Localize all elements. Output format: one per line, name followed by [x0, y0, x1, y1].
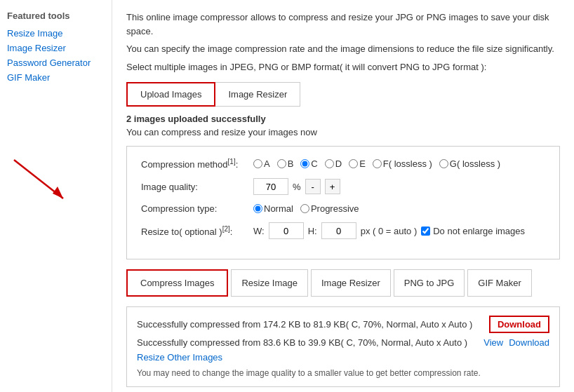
method-g[interactable]: G( lossless ) [439, 158, 500, 169]
width-input[interactable] [269, 222, 304, 239]
result-text-2: Successfully compressed from 83.6 KB to … [137, 337, 478, 348]
image-resizer-tab-button[interactable]: Image Resizer [215, 82, 300, 107]
quality-minus-button[interactable]: - [305, 179, 321, 194]
resize-other-link[interactable]: Resize Other Images [137, 352, 549, 363]
compression-type-group: Normal Progressive [253, 203, 359, 214]
sidebar-item-resize-image[interactable]: Resize Image [7, 28, 105, 39]
resize-to-row: Resize to( optional )[2]: W: H: px ( 0 =… [141, 222, 545, 239]
arrow-decoration [7, 153, 77, 209]
options-box: Compression method[1]: A B C D E F( loss… [126, 146, 560, 259]
quality-controls: % - + [253, 178, 340, 195]
upload-images-button[interactable]: Upload Images [126, 82, 215, 107]
px-label: px ( 0 = auto ) [361, 226, 418, 236]
compress-images-button[interactable]: Compress Images [126, 269, 228, 297]
main-content: This online image compressor allows to c… [112, 0, 574, 392]
quality-input[interactable] [253, 178, 288, 195]
method-f[interactable]: F( lossless ) [373, 158, 432, 169]
svg-marker-1 [53, 187, 63, 198]
results-box: Successfully compressed from 174.2 KB to… [126, 306, 560, 387]
height-input[interactable] [321, 222, 356, 239]
compression-type-row: Compression type: Normal Progressive [141, 203, 545, 214]
width-label: W: [253, 226, 265, 236]
sidebar-item-image-resizer[interactable]: Image Resizer [7, 43, 105, 53]
gif-maker-button[interactable]: GIF Maker [467, 269, 531, 297]
no-enlarge-checkbox[interactable] [421, 227, 430, 236]
percent-sign: % [293, 182, 301, 192]
success-message: 2 images uploaded successfully [126, 114, 560, 124]
sidebar-title: Featured tools [7, 11, 105, 21]
compression-method-row: Compression method[1]: A B C D E F( loss… [141, 158, 545, 170]
desc-2: You can specify the image compression ra… [126, 42, 560, 56]
method-a[interactable]: A [253, 158, 270, 169]
compression-type-label: Compression type: [141, 203, 253, 214]
can-compress-text: You can compress and resize your images … [126, 127, 560, 137]
method-e[interactable]: E [349, 158, 366, 169]
method-d[interactable]: D [325, 158, 342, 169]
type-normal[interactable]: Normal [253, 203, 293, 214]
sidebar-item-password-generator[interactable]: Password Generator [7, 58, 105, 68]
method-c[interactable]: C [300, 158, 317, 169]
action-row: Compress Images Resize Image Image Resiz… [126, 269, 560, 297]
download-button-1[interactable]: Download [489, 316, 549, 333]
resize-to-label: Resize to( optional )[2]: [141, 225, 253, 237]
method-b[interactable]: B [277, 158, 294, 169]
desc-3: Select multiple images in JPEG, PNG or B… [126, 60, 560, 74]
png-to-jpg-button[interactable]: PNG to JPG [394, 269, 465, 297]
result-row-1: Successfully compressed from 174.2 KB to… [137, 316, 549, 333]
desc-1: This online image compressor allows to c… [126, 11, 560, 38]
result-row-2: Successfully compressed from 83.6 KB to … [137, 337, 549, 348]
image-quality-row: Image quality: % - + [141, 178, 545, 195]
resize-controls: W: H: px ( 0 = auto ) Do not enlarge ima… [253, 222, 525, 239]
sidebar: Featured tools Resize Image Image Resize… [0, 0, 112, 392]
no-enlarge-label[interactable]: Do not enlarge images [421, 226, 525, 236]
compression-method-group: A B C D E F( lossless ) G( lossless ) [253, 158, 500, 169]
height-label: H: [308, 226, 317, 236]
quality-plus-button[interactable]: + [325, 179, 340, 194]
quality-label: Image quality: [141, 182, 253, 192]
resize-image-button[interactable]: Resize Image [231, 269, 307, 297]
tip-text: You may need to change the image quality… [137, 368, 549, 378]
image-resizer-button[interactable]: Image Resizer [311, 269, 391, 297]
view-link-2[interactable]: View [483, 337, 503, 348]
top-button-row: Upload Images Image Resizer [126, 82, 560, 107]
type-progressive[interactable]: Progressive [300, 203, 359, 214]
result-text-1: Successfully compressed from 174.2 KB to… [137, 319, 489, 330]
sidebar-item-gif-maker[interactable]: GIF Maker [7, 72, 105, 83]
compression-method-label: Compression method[1]: [141, 158, 253, 170]
download-link-2[interactable]: Download [509, 337, 549, 348]
